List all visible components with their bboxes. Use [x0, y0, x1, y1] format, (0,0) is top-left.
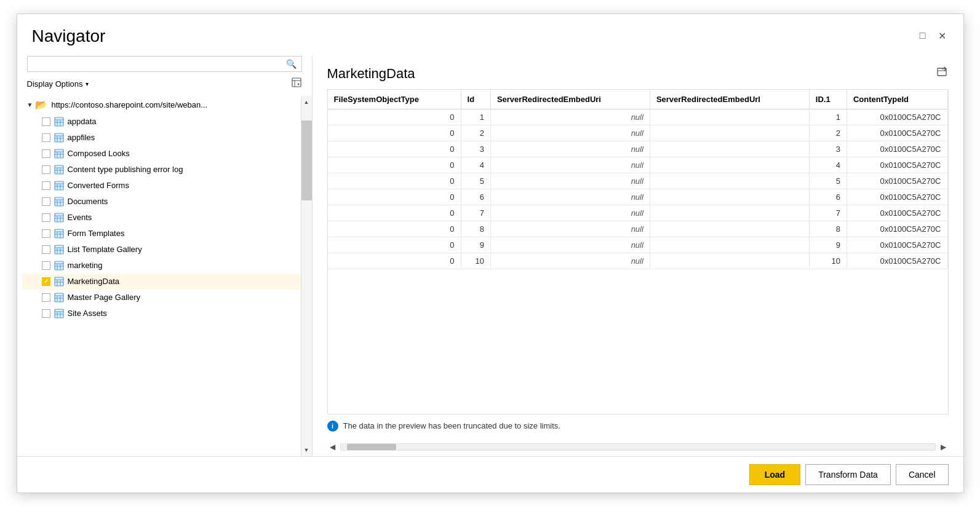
item-label: Documents	[68, 197, 108, 206]
display-options-button[interactable]: Display Options ▾	[27, 79, 89, 89]
cancel-button[interactable]: Cancel	[896, 464, 949, 485]
table-cell: 5	[461, 173, 490, 189]
table-cell	[650, 237, 809, 253]
list-item[interactable]: Form Templates	[22, 226, 301, 242]
table-cell	[650, 141, 809, 157]
vertical-scrollbar[interactable]: ▲ ▼	[301, 96, 312, 456]
svg-rect-48	[55, 261, 63, 270]
item-checkbox-list-template-gallery[interactable]	[42, 245, 50, 254]
item-checkbox-marketing[interactable]	[42, 261, 50, 270]
table-cell	[650, 173, 809, 189]
list-item[interactable]: marketing	[22, 258, 301, 274]
list-item[interactable]: Content type publishing error log	[22, 162, 301, 178]
table-cell: 0	[328, 221, 461, 237]
item-checkbox-events[interactable]	[42, 213, 50, 222]
svg-rect-38	[55, 229, 63, 238]
transform-data-button[interactable]: Transform Data	[805, 464, 891, 485]
item-checkbox-site-assets[interactable]	[42, 309, 50, 318]
load-button[interactable]: Load	[749, 464, 800, 485]
table-cell: 1	[809, 109, 847, 125]
item-checkbox-appfiles[interactable]	[42, 133, 50, 142]
navigator-icon-button[interactable]	[291, 77, 302, 91]
scroll-thumb-horiz[interactable]	[347, 444, 396, 450]
preview-icon-button[interactable]	[936, 66, 949, 81]
table-icon	[54, 261, 64, 271]
item-label: marketing	[68, 261, 103, 270]
col-header-embedurl: ServerRedirectedEmbedUrl	[650, 90, 809, 109]
svg-rect-53	[55, 277, 63, 286]
item-checkbox-master-page-gallery[interactable]	[42, 293, 50, 302]
item-label: Site Assets	[68, 309, 107, 318]
item-checkbox-content-type-error[interactable]	[42, 165, 50, 174]
search-input[interactable]	[33, 59, 286, 68]
tree-root-item[interactable]: ▼ 📂 https://contoso.sharepoint.com/site/…	[22, 96, 301, 114]
table-cell	[650, 205, 809, 221]
scroll-track[interactable]	[301, 108, 312, 444]
title-bar-buttons: □ ✕	[917, 29, 949, 43]
table-cell: 0x0100C5A270C	[847, 173, 947, 189]
list-item[interactable]: Master Page Gallery	[22, 290, 301, 306]
table-cell: 0x0100C5A270C	[847, 109, 947, 125]
scroll-track-horiz[interactable]	[340, 443, 936, 451]
item-checkbox-converted-forms[interactable]	[42, 181, 50, 190]
item-label: List Template Gallery	[68, 245, 142, 254]
table-cell: 0x0100C5A270C	[847, 157, 947, 173]
item-label: Master Page Gallery	[68, 293, 141, 302]
item-checkbox-marketingdata[interactable]	[42, 277, 50, 286]
table-cell: 8	[461, 221, 490, 237]
table-cell: 0	[328, 253, 461, 269]
preview-header: MarketingData	[327, 66, 949, 82]
folder-icon: 📂	[35, 99, 47, 111]
right-panel: MarketingData FileSystemObjectType	[313, 56, 963, 456]
svg-rect-23	[55, 181, 63, 190]
table-cell: 0	[328, 173, 461, 189]
table-cell	[650, 157, 809, 173]
svg-rect-3	[55, 117, 63, 126]
svg-rect-13	[55, 149, 63, 158]
item-checkbox-documents[interactable]	[42, 197, 50, 206]
list-item[interactable]: appdata	[22, 114, 301, 130]
col-header-id1: ID.1	[809, 90, 847, 109]
minimize-button[interactable]: □	[917, 29, 928, 43]
table-cell	[650, 189, 809, 205]
scroll-left-arrow[interactable]: ◀	[327, 443, 338, 451]
table-row: 06null60x0100C5A270C	[328, 189, 948, 205]
list-item[interactable]: Converted Forms	[22, 178, 301, 194]
horizontal-scrollbar[interactable]: ◀ ▶	[327, 438, 949, 456]
list-item[interactable]: Documents	[22, 194, 301, 210]
item-label: Content type publishing error log	[68, 165, 183, 174]
svg-rect-8	[55, 133, 63, 142]
table-cell	[650, 125, 809, 141]
list-item-selected[interactable]: MarketingData	[22, 274, 301, 290]
dialog-title: Navigator	[32, 26, 106, 46]
search-bar: 🔍	[27, 56, 302, 72]
table-cell: 0x0100C5A270C	[847, 221, 947, 237]
table-cell: 9	[809, 237, 847, 253]
item-checkbox-appdata[interactable]	[42, 117, 50, 126]
list-item[interactable]: Site Assets	[22, 306, 301, 322]
table-cell: 0x0100C5A270C	[847, 253, 947, 269]
table-icon	[54, 309, 64, 318]
table-icon	[54, 213, 64, 223]
list-item[interactable]: List Template Gallery	[22, 242, 301, 258]
dialog-body: 🔍 Display Options ▾	[17, 56, 963, 456]
list-item[interactable]: Composed Looks	[22, 146, 301, 162]
search-icon: 🔍	[286, 59, 297, 69]
scroll-right-arrow[interactable]: ▶	[938, 443, 949, 451]
item-checkbox-form-templates[interactable]	[42, 229, 50, 238]
scroll-thumb[interactable]	[301, 121, 312, 200]
list-item[interactable]: appfiles	[22, 130, 301, 146]
table-cell	[650, 221, 809, 237]
svg-rect-28	[55, 197, 63, 206]
expand-arrow: ▼	[27, 101, 33, 108]
item-label: Events	[68, 213, 92, 222]
scroll-up-arrow[interactable]: ▲	[304, 96, 309, 108]
table-cell: 0x0100C5A270C	[847, 237, 947, 253]
item-checkbox-composed-looks[interactable]	[42, 149, 50, 158]
tree-with-scrollbar: ▼ 📂 https://contoso.sharepoint.com/site/…	[17, 96, 312, 456]
close-button[interactable]: ✕	[936, 29, 949, 43]
scroll-down-arrow[interactable]: ▼	[304, 444, 309, 456]
table-icon	[54, 181, 64, 191]
list-item[interactable]: Events	[22, 210, 301, 226]
table-cell: 9	[461, 237, 490, 253]
